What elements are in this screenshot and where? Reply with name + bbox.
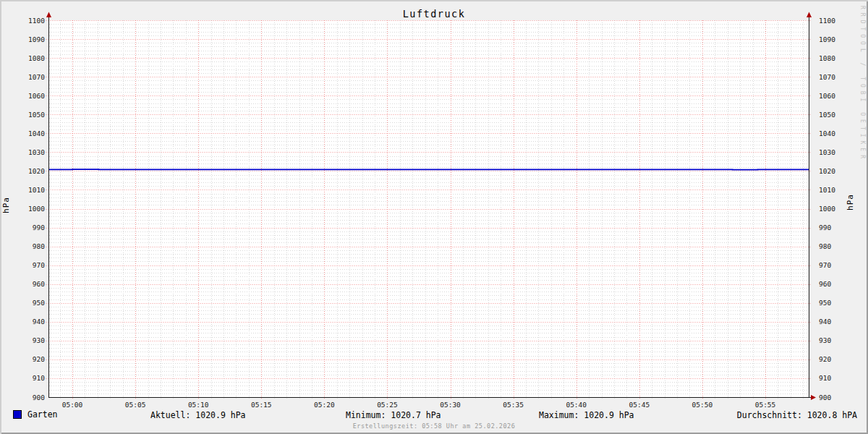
y-tick-label-left: 970 <box>33 261 45 269</box>
y-tick-label-left: 1010 <box>28 186 45 194</box>
y-tick-label-right: 1060 <box>819 92 835 100</box>
y-axis-arrow-left <box>46 12 51 18</box>
y-tick-label-right: 1030 <box>819 148 835 156</box>
y-tick-label-right: 970 <box>819 261 831 269</box>
y-tick-label-left: 990 <box>33 224 45 231</box>
y-axis-arrow-right <box>807 12 812 18</box>
y-tick-label-left: 1090 <box>28 35 45 43</box>
y-tick-label-left: 1050 <box>28 111 45 119</box>
x-tick-label: 05:40 <box>566 401 587 409</box>
chart-canvas: 9009009109109209209309309409409509509609… <box>0 0 868 434</box>
y-tick-label-left: 1020 <box>28 167 45 175</box>
legend-key: Garten <box>13 409 58 420</box>
y-tick-label-right: 990 <box>819 224 831 231</box>
y-tick-label-right: 940 <box>819 318 831 326</box>
y-tick-label-left: 1100 <box>28 17 45 25</box>
y-tick-label-left: 1030 <box>28 148 45 156</box>
y-tick-label-right: 1020 <box>819 167 835 175</box>
rrdtool-watermark: RRDTOOL / TOBI OETIKER <box>859 6 866 162</box>
y-tick-label-right: 1080 <box>819 54 835 62</box>
y-tick-label-left: 1040 <box>28 129 45 137</box>
x-tick-label: 05:45 <box>629 401 650 409</box>
x-tick-label: 05:30 <box>440 401 461 409</box>
y-axis-unit-right: hPa <box>846 194 855 210</box>
x-tick-label: 05:10 <box>188 401 209 409</box>
legend-series-label: Garten <box>27 409 58 420</box>
rrdtool-graph: Luftdruck 900900910910920920930930940940… <box>0 0 868 434</box>
stat-minimum: Minimum: 1020.7 hPa <box>346 410 441 420</box>
x-tick-label: 05:55 <box>755 401 776 409</box>
stat-aktuell: Aktuell: 1020.9 hPa <box>150 410 246 420</box>
y-tick-label-right: 1050 <box>819 111 835 119</box>
data-line-garten <box>48 169 809 170</box>
y-tick-label-right: 1040 <box>819 129 835 137</box>
y-tick-label-right: 920 <box>819 355 831 363</box>
y-tick-label-right: 900 <box>819 393 831 401</box>
y-tick-label-right: 1100 <box>819 17 835 25</box>
y-tick-label-right: 1070 <box>819 73 835 81</box>
y-tick-label-right: 1000 <box>819 205 835 213</box>
x-tick-label: 05:35 <box>503 401 524 409</box>
y-tick-label-left: 910 <box>33 374 45 382</box>
legend-swatch <box>13 410 22 419</box>
y-tick-label-right: 950 <box>819 299 831 307</box>
x-tick-label: 05:50 <box>692 401 713 409</box>
y-tick-label-left: 1000 <box>28 205 45 213</box>
y-tick-label-left: 1060 <box>28 92 45 100</box>
x-axis-arrow <box>811 395 816 400</box>
y-tick-label-right: 930 <box>819 336 831 344</box>
x-tick-label: 05:05 <box>125 401 146 409</box>
x-tick-label: 05:25 <box>377 401 398 409</box>
y-tick-label-right: 1090 <box>819 35 835 43</box>
legend-row: Garten Aktuell: 1020.9 hPa Minimum: 1020… <box>0 409 868 421</box>
y-tick-label-right: 1010 <box>819 186 835 194</box>
y-tick-label-left: 930 <box>33 336 45 344</box>
y-tick-label-left: 940 <box>33 318 45 326</box>
x-tick-label: 05:15 <box>251 401 272 409</box>
stat-durchschnitt: Durchschnitt: 1020.8 hPA <box>737 410 857 420</box>
y-tick-label-left: 980 <box>33 242 45 250</box>
x-tick-label: 05:00 <box>62 401 83 409</box>
y-tick-label-left: 900 <box>33 393 45 401</box>
y-tick-label-left: 1080 <box>28 54 45 62</box>
y-tick-label-left: 1070 <box>28 73 45 81</box>
y-tick-label-left: 950 <box>33 299 45 307</box>
y-tick-label-right: 980 <box>819 242 831 250</box>
x-tick-label: 05:20 <box>314 401 335 409</box>
y-tick-label-right: 960 <box>819 280 831 288</box>
y-tick-label-left: 920 <box>33 355 45 363</box>
creation-timestamp: Erstellungszeit: 05:58 Uhr am 25.02.2026 <box>0 422 868 430</box>
stat-maximum: Maximum: 1020.9 hPa <box>539 410 634 420</box>
y-tick-label-left: 960 <box>33 280 45 288</box>
y-axis-unit-left: hPa <box>1 197 11 213</box>
y-tick-label-right: 910 <box>819 374 831 382</box>
